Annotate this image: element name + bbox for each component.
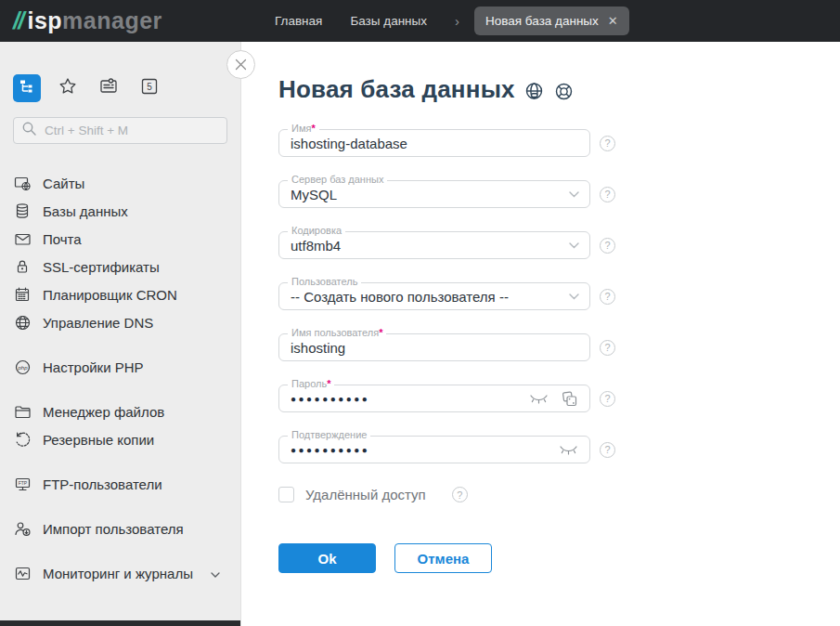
close-icon (235, 59, 247, 71)
logo-text-primary: isp (27, 7, 62, 34)
field-row-name: Имя* ? (278, 129, 840, 157)
user-select-value[interactable] (279, 289, 589, 305)
sidebar-item-sites[interactable]: Сайты (0, 169, 240, 197)
sidebar-item-mail[interactable]: Почта (0, 225, 240, 253)
help-icon[interactable]: ? (600, 187, 615, 202)
sidebar-item-ssl[interactable]: SSL-сертификаты (0, 253, 240, 280)
nav-item-databases[interactable]: Базы данных (350, 14, 427, 28)
sidebar-item-ftp[interactable]: FTP FTP-пользователи (0, 470, 240, 498)
page-title-row: Новая база данных (278, 75, 840, 104)
nav-item-home[interactable]: Главная (275, 14, 322, 28)
sidebar-item-php[interactable]: php Настройки PHP (0, 353, 240, 381)
help-icon[interactable]: ? (600, 238, 615, 254)
eye-closed-icon[interactable] (529, 393, 549, 405)
name-field[interactable]: Имя* (278, 129, 590, 157)
support-lifebuoy-icon[interactable] (553, 81, 575, 102)
encoding-select[interactable]: Кодировка (278, 231, 590, 259)
field-label: Имя пользователя* (288, 327, 386, 338)
field-row-encoding: Кодировка ? (278, 231, 840, 259)
chevron-down-icon[interactable] (569, 242, 579, 249)
help-icon[interactable]: ? (452, 487, 468, 502)
favorites-button[interactable] (54, 74, 82, 102)
confirm-password-field[interactable]: Подтверждение (278, 436, 590, 463)
tab-new-database[interactable]: Новая база данных ✕ (474, 7, 629, 35)
username-field[interactable]: Имя пользователя* (278, 333, 590, 361)
help-icon[interactable]: ? (600, 391, 615, 407)
limits-counter-button[interactable]: 5 (136, 74, 163, 102)
sidebar-item-backups[interactable]: Резервные копии (0, 425, 240, 453)
field-row-confirm: Подтверждение ? (278, 436, 840, 463)
tree-view-button[interactable] (13, 74, 41, 102)
password-field[interactable]: Пароль* (278, 385, 590, 412)
help-icon[interactable]: ? (600, 442, 615, 458)
chevron-down-icon[interactable] (569, 191, 579, 198)
sidebar-item-files[interactable]: Менеджер файлов (0, 398, 240, 425)
cancel-button[interactable]: Отмена (394, 543, 492, 573)
counter-badge: 5 (139, 76, 160, 100)
sidebar-item-monitoring[interactable]: Мониторинг и журналы (0, 559, 240, 587)
generate-password-icon[interactable] (561, 390, 578, 408)
app-window: // isp manager Главная Базы данных › Нов… (0, 0, 840, 626)
help-icon[interactable]: ? (600, 136, 615, 151)
sidebar-item-cron[interactable]: Планировщик CRON (0, 280, 240, 308)
name-input[interactable] (279, 136, 589, 151)
ok-button[interactable]: Ok (278, 543, 376, 573)
sidebar-item-label: Управление DNS (43, 315, 153, 331)
sidebar-item-label: Импорт пользователя (43, 521, 184, 537)
sidebar-item-databases[interactable]: Базы данных (0, 197, 240, 225)
notes-button[interactable] (95, 74, 123, 102)
sidebar-item-label: Сайты (43, 176, 84, 191)
database-icon (13, 202, 32, 219)
sidebar-item-label: Почта (43, 231, 82, 247)
required-mark: * (327, 378, 330, 389)
new-database-form: Имя* ? Сервер баз данных (278, 129, 840, 573)
sidebar-search[interactable] (13, 117, 227, 144)
form-buttons: Ok Отмена (278, 543, 840, 573)
confirm-password-input[interactable] (279, 445, 589, 455)
field-label: Подтверждение (288, 429, 370, 440)
ispmanager-logo[interactable]: // isp manager (0, 7, 275, 35)
required-mark: * (311, 123, 315, 134)
php-icon: php (13, 359, 32, 376)
mail-icon (13, 230, 32, 248)
search-input[interactable] (45, 124, 202, 137)
sidebar-item-label: Настройки PHP (43, 359, 144, 375)
help-icon[interactable]: ? (600, 289, 615, 305)
star-icon (58, 76, 78, 100)
svg-text:php: php (17, 364, 28, 370)
top-navigation: Главная Базы данных › Новая база данных … (275, 7, 629, 35)
sidebar-item-label: Базы данных (43, 203, 128, 219)
field-label: Пароль* (288, 378, 334, 389)
field-row-user: Пользователь ? (278, 282, 840, 310)
eye-closed-icon[interactable] (559, 444, 578, 456)
collapse-panel-button[interactable] (226, 50, 255, 79)
docs-globe-icon[interactable] (523, 81, 545, 102)
sidebar-item-import-user[interactable]: Импорт пользователя (0, 515, 240, 542)
help-icon[interactable]: ? (600, 340, 615, 356)
encoding-select-value[interactable] (279, 238, 589, 254)
dns-globe-icon (13, 314, 32, 332)
sidebar-toolbar: 5 (0, 42, 240, 102)
sidebar-item-label: Резервные копии (43, 432, 154, 448)
remote-access-row: Удалённый доступ ? (278, 487, 840, 502)
field-label: Имя* (288, 123, 319, 134)
remote-access-label: Удалённый доступ (305, 487, 426, 502)
required-mark: * (379, 327, 382, 338)
remote-access-checkbox[interactable] (278, 487, 294, 502)
server-select[interactable]: Сервер баз данных (278, 180, 590, 208)
sidebar: 5 (0, 42, 241, 626)
server-select-value[interactable] (279, 187, 589, 202)
breadcrumb-chevron-icon: › (455, 13, 459, 29)
chevron-down-icon[interactable] (569, 293, 579, 300)
tab-close-icon[interactable]: ✕ (608, 14, 618, 28)
notes-icon (98, 76, 119, 100)
search-icon (21, 121, 37, 140)
cron-calendar-icon (13, 286, 32, 303)
main-content: Новая база данных (241, 42, 840, 626)
field-label: Сервер баз данных (288, 174, 387, 185)
restore-arrow-icon (13, 431, 32, 449)
sidebar-item-dns[interactable]: Управление DNS (0, 308, 240, 336)
user-select[interactable]: Пользователь (278, 282, 590, 310)
field-label: Пользователь (288, 276, 361, 287)
username-input[interactable] (279, 340, 589, 356)
